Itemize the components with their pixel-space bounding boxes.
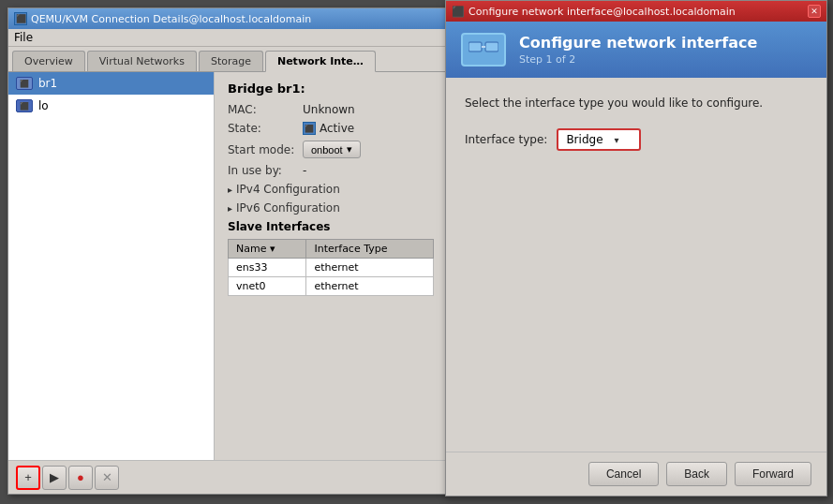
sidebar-item-lo[interactable]: ⬛ lo [8,95,214,117]
dialog-titlebar-icon: ⬛ [452,6,465,18]
play-button[interactable]: ▶ [42,466,67,490]
state-label: State: [228,122,303,135]
delete-button[interactable]: ✕ [95,466,119,490]
ipv6-arrow-icon: ▸ [228,203,232,214]
dialog-header-title: Configure network interface [519,34,757,52]
start-mode-value: onboot [311,144,343,156]
slave-interfaces-table: Name ▾ Interface Type ens33 ethernet vne… [228,239,434,296]
col-name-header[interactable]: Name ▾ [229,240,306,259]
table-row: ens33 ethernet [229,259,434,277]
dialog-header-icon [461,33,506,67]
detail-title: Bridge br1: [228,82,434,96]
dialog-header-step: Step 1 of 2 [519,53,757,66]
configure-network-dialog: ⬛ Configure network interface@localhost.… [445,0,827,497]
state-value: Active [320,122,354,135]
stop-icon: ● [77,470,84,484]
tabs-bar: Overview Virtual Networks Storage Networ… [8,47,447,72]
main-window-title: QEMU/KVM Connection Details@localhost.lo… [31,13,311,25]
col-type-header: Interface Type [306,240,434,259]
back-button[interactable]: Back [666,462,727,486]
interface-type-value: Bridge [566,133,602,146]
play-icon: ▶ [50,470,59,484]
tab-network-interfaces[interactable]: Network Inte… [265,51,376,72]
interface-type-label: Interface type: [465,133,547,146]
bottom-toolbar: + ▶ ● ✕ [8,460,447,494]
interface-type-row: Interface type: Bridge ▾ [465,128,808,151]
start-mode-chevron-icon: ▾ [347,143,352,156]
stop-button[interactable]: ● [68,466,93,490]
main-window: ⬛ QEMU/KVM Connection Details@localhost.… [7,7,448,495]
slave-name-vnet0: vnet0 [229,277,306,296]
tab-storage[interactable]: Storage [199,51,263,71]
sidebar-item-br1[interactable]: ⬛ br1 [8,72,214,95]
app-icon: ⬛ [14,12,27,25]
detail-panel: Bridge br1: MAC: Unknown State: ⬛ Active… [215,72,447,475]
dialog-header: Configure network interface Step 1 of 2 [446,22,826,78]
dialog-close-button[interactable]: ✕ [808,5,821,18]
dialog-description: Select the interface type you would like… [465,96,808,110]
dialog-header-text: Configure network interface Step 1 of 2 [519,34,757,66]
cancel-button[interactable]: Cancel [588,462,659,486]
dialog-footer: Cancel Back Forward [446,452,826,496]
interface-type-chevron-icon: ▾ [615,135,619,145]
start-mode-label: Start mode: [228,143,303,156]
network-config-icon [469,38,498,61]
start-mode-row: Start mode: onboot ▾ [228,141,434,158]
ipv4-arrow-icon: ▸ [228,185,232,195]
file-menu[interactable]: File [14,31,33,44]
ipv6-expand[interactable]: ▸ IPv6 Configuration [228,201,434,215]
slave-interfaces-title: Slave Interfaces [228,220,434,233]
mac-value: Unknown [303,103,355,116]
main-content-area: ⬛ br1 ⬛ lo Bridge br1: MAC: Unknown Stat… [8,72,447,475]
sidebar-item-br1-label: br1 [38,77,57,90]
sidebar-item-lo-label: lo [38,99,49,112]
slave-type-vnet0: ethernet [306,277,434,296]
dialog-body: Select the interface type you would like… [446,78,826,185]
lo-icon: ⬛ [16,99,33,112]
menu-bar: File [8,29,447,47]
tab-virtual-networks[interactable]: Virtual Networks [87,51,197,71]
network-interfaces-sidebar: ⬛ br1 ⬛ lo [8,72,215,475]
br1-icon: ⬛ [16,77,33,90]
svg-rect-0 [469,42,482,52]
ipv4-expand[interactable]: ▸ IPv4 Configuration [228,183,434,196]
state-icon: ⬛ [303,122,316,135]
slave-type-ens33: ethernet [306,259,434,277]
tab-overview[interactable]: Overview [12,51,85,71]
in-use-label: In use by: [228,164,303,177]
interface-type-select[interactable]: Bridge ▾ [557,128,641,151]
mac-row: MAC: Unknown [228,103,434,116]
add-interface-button[interactable]: + [16,466,40,490]
start-mode-button[interactable]: onboot ▾ [303,141,361,158]
ipv6-label: IPv6 Configuration [236,201,340,215]
dialog-titlebar-left: ⬛ Configure network interface@localhost.… [452,6,736,18]
add-icon: + [24,470,32,484]
ipv4-label: IPv4 Configuration [236,183,340,196]
main-titlebar: ⬛ QEMU/KVM Connection Details@localhost.… [8,8,447,29]
in-use-row: In use by: - [228,164,434,177]
dialog-titlebar: ⬛ Configure network interface@localhost.… [446,1,826,22]
state-row: State: ⬛ Active [228,122,434,135]
svg-rect-1 [485,42,498,52]
slave-name-ens33: ens33 [229,259,306,277]
in-use-value: - [303,164,306,177]
delete-icon: ✕ [102,470,112,484]
mac-label: MAC: [228,103,303,116]
table-row: vnet0 ethernet [229,277,434,296]
dialog-title: Configure network interface@localhost.lo… [469,6,736,18]
forward-button[interactable]: Forward [735,462,811,486]
